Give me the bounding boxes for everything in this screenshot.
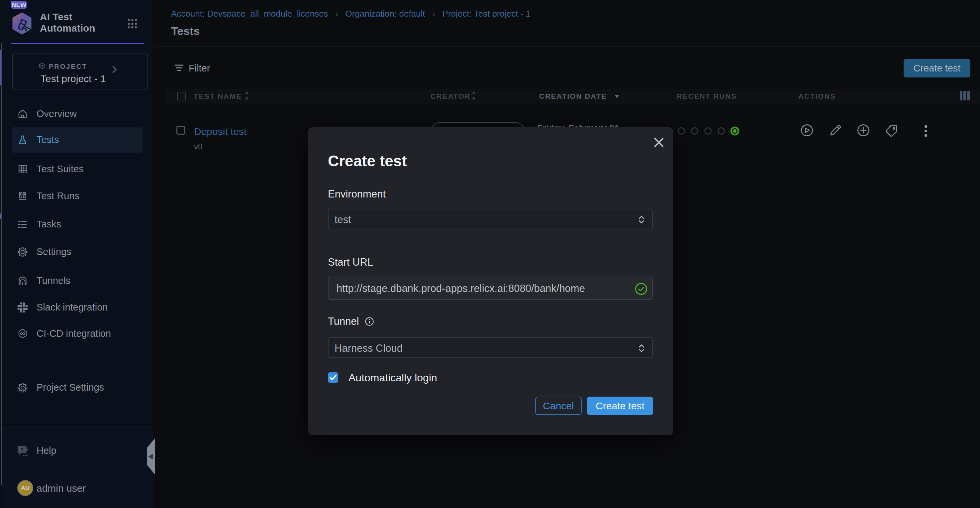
svg-text:?: ? (21, 447, 24, 452)
